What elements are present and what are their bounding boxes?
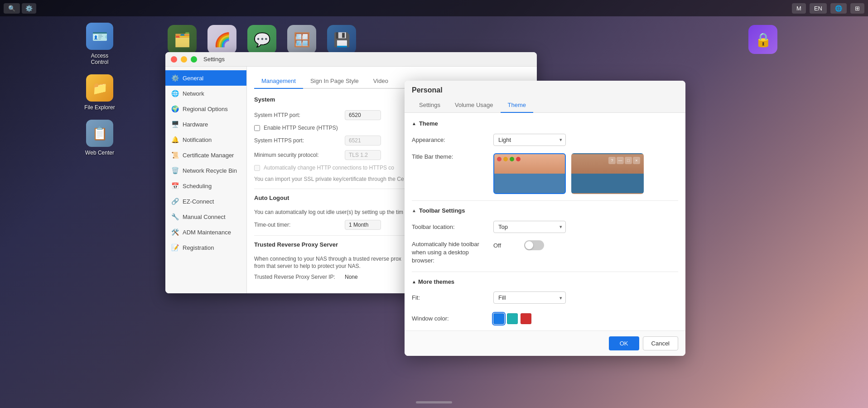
sidebar-item-general[interactable]: ⚙️ General: [165, 70, 246, 86]
toolbar-select-wrapper: Top Bottom: [493, 221, 566, 233]
cancel-button[interactable]: Cancel: [643, 336, 678, 350]
file-explorer-label: File Explorer: [84, 104, 115, 111]
autohide-control: Off: [493, 240, 678, 250]
file-explorer-icon: 📁: [92, 81, 108, 96]
sidebar-item-ez-connect[interactable]: 🔗 EZ-Connect: [165, 194, 246, 209]
web-center-label: Web Center: [85, 150, 114, 156]
taskbar-grid-button[interactable]: ⊞: [850, 3, 864, 14]
taskbar-kbd-button[interactable]: EN: [810, 3, 827, 14]
trusted-ip-label: Trusted Reverse Proxy Server IP:: [254, 274, 345, 280]
scheduling-icon: 📅: [171, 182, 179, 190]
desktop-icon-vpn[interactable]: 🔒: [748, 25, 777, 54]
fit-control: Fill Fit Stretch: [493, 291, 678, 304]
taskbar-network-button[interactable]: 🌐: [830, 3, 847, 14]
autohide-toggle[interactable]: [524, 240, 544, 250]
window-color-red[interactable]: [521, 313, 531, 324]
mac-dots: [497, 157, 521, 161]
desktop-icon-file-explorer[interactable]: 📁 File Explorer: [82, 74, 118, 111]
personal-panel-tabs: Settings Volume Usage Theme: [412, 98, 678, 112]
toolbar-location-select[interactable]: Top Bottom: [493, 221, 566, 233]
trusted-ip-value: None: [345, 274, 358, 280]
theme-preview: ? — □ ×: [493, 153, 678, 194]
sidebar-item-network[interactable]: 🌐 Network: [165, 86, 246, 101]
mac-dot-red: [497, 157, 502, 161]
win-btn-close: ×: [633, 157, 640, 164]
tab-video[interactable]: Video: [366, 74, 395, 89]
sidebar-item-adm[interactable]: 🛠️ ADM Maintenance: [165, 224, 246, 240]
personal-panel-title: Personal: [412, 86, 678, 94]
sidebar-item-network-recycle[interactable]: 🗑️ Network Recycle Bin: [165, 163, 246, 178]
dock-app-3[interactable]: 💬: [247, 25, 276, 54]
tab-management[interactable]: Management: [254, 74, 303, 89]
ok-button[interactable]: OK: [609, 336, 639, 350]
taskbar-search[interactable]: 🔍: [4, 3, 20, 14]
settings-titlebar: Settings: [165, 52, 537, 67]
appearance-select[interactable]: Light Dark: [493, 134, 566, 146]
taskbar-user-button[interactable]: M: [792, 3, 806, 14]
kbd-label: EN: [814, 5, 822, 12]
more-themes-divider: [412, 272, 678, 272]
sidebar-ez-connect-label: EZ-Connect: [183, 198, 214, 205]
https-label: Enable HTTP Secure (HTTPS): [264, 125, 338, 131]
ez-connect-icon: 🔗: [171, 197, 179, 205]
titlebar-maximize-button[interactable]: [191, 56, 197, 63]
sidebar-hardware-label: Hardware: [183, 121, 208, 128]
sidebar-item-registration[interactable]: 📝 Registration: [165, 240, 246, 255]
theme-section-title: ▲ Theme: [412, 120, 678, 127]
dock-bottom-pill: [416, 401, 452, 403]
appearance-select-wrapper: Light Dark: [493, 134, 566, 146]
win-btn-max: □: [625, 157, 632, 164]
titlebar-minimize-button[interactable]: [181, 56, 187, 63]
vpn-icon: 🔒: [755, 32, 772, 48]
gear-icon: ⚙️: [25, 5, 33, 12]
general-icon: ⚙️: [171, 74, 179, 82]
dock-app-2[interactable]: 🌈: [207, 25, 236, 54]
theme-section-caret: ▲: [412, 121, 416, 126]
sidebar-network-label: Network: [183, 90, 204, 97]
personal-panel: Personal Settings Volume Usage Theme ▲ T…: [405, 81, 685, 356]
window-color-teal[interactable]: [507, 313, 518, 324]
sidebar-item-regional[interactable]: 🌍 Regional Options: [165, 101, 246, 117]
sidebar-registration-label: Registration: [183, 244, 214, 251]
title-bar-label: Title Bar theme:: [412, 153, 493, 160]
win-btns: ? — □ ×: [608, 157, 640, 164]
manual-connect-icon: 🔧: [171, 213, 179, 221]
toolbar-caret: ▲: [412, 208, 416, 213]
dock-app-5[interactable]: 💾: [327, 25, 356, 54]
sidebar-item-notification[interactable]: 🔔 Notification: [165, 132, 246, 147]
https-checkbox[interactable]: [254, 125, 260, 131]
dock-app-1[interactable]: 🗂️: [168, 25, 197, 54]
sidebar-item-scheduling[interactable]: 📅 Scheduling: [165, 178, 246, 194]
network-icon: 🌐: [835, 5, 842, 12]
sidebar-item-certificate[interactable]: 📜 Certificate Manager: [165, 147, 246, 163]
sidebar-scheduling-label: Scheduling: [183, 183, 212, 189]
win-btn-min: —: [617, 157, 624, 164]
theme-card-win[interactable]: ? — □ ×: [571, 153, 644, 194]
autohide-thumb: [525, 241, 533, 249]
more-themes-section-title: ▲ More themes: [412, 278, 678, 285]
personal-tab-settings[interactable]: Settings: [412, 98, 448, 113]
sidebar-general-label: General: [183, 75, 203, 82]
sidebar-adm-label: ADM Maintenance: [183, 229, 231, 236]
window-color-blue[interactable]: [493, 313, 504, 324]
https-port-label: System HTTPS port:: [254, 137, 345, 144]
dock-app-4[interactable]: 🪟: [287, 25, 316, 54]
desktop-icon-access-control[interactable]: 🪪 Access Control: [82, 23, 118, 65]
access-control-label: Access Control: [82, 53, 118, 65]
personal-tab-theme[interactable]: Theme: [501, 98, 533, 113]
certificate-icon: 📜: [171, 151, 179, 159]
mac-dot-close: [516, 157, 521, 161]
autohide-value-text: Off: [493, 242, 521, 249]
recycle-icon: 🗑️: [171, 166, 179, 175]
sidebar-item-hardware[interactable]: 🖥️ Hardware: [165, 117, 246, 132]
titlebar-close-button[interactable]: [171, 56, 177, 63]
http-port-label: System HTTP port:: [254, 112, 345, 118]
desktop-icon-web-center[interactable]: 📋 Web Center: [82, 120, 118, 156]
personal-tab-volume-usage[interactable]: Volume Usage: [448, 98, 501, 113]
fit-select[interactable]: Fill Fit Stretch: [493, 291, 566, 304]
theme-card-mac[interactable]: [493, 153, 566, 194]
sidebar-item-manual-connect[interactable]: 🔧 Manual Connect: [165, 209, 246, 224]
taskbar-gear-button[interactable]: ⚙️: [22, 3, 36, 14]
regional-icon: 🌍: [171, 105, 179, 113]
tab-sign-in[interactable]: Sign In Page Style: [303, 74, 366, 89]
